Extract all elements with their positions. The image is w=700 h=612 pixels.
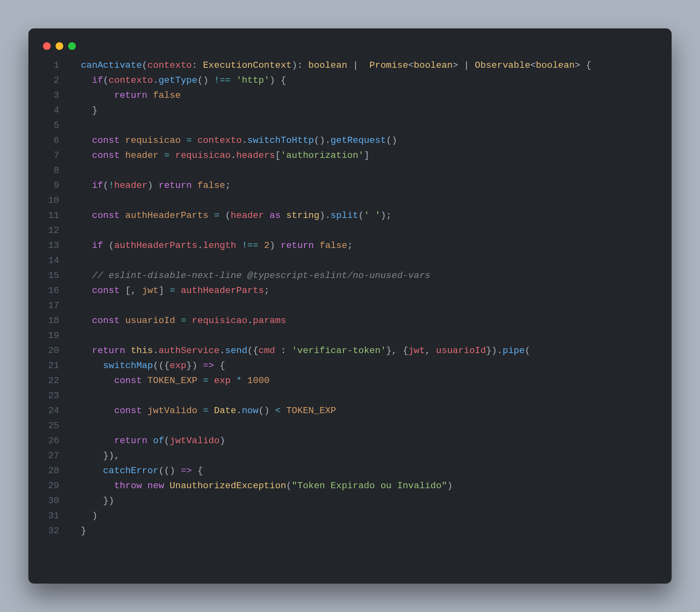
- code-line[interactable]: switchMap(({exp}) => {: [70, 358, 659, 373]
- code-token: ): [70, 511, 97, 521]
- line-number: 19: [41, 328, 59, 343]
- line-number: 28: [41, 463, 59, 478]
- code-token: jwt: [408, 345, 425, 356]
- code-token: }: [70, 105, 97, 116]
- code-line[interactable]: const requisicao = contexto.switchToHttp…: [70, 133, 659, 148]
- code-token: usuarioId: [125, 315, 175, 326]
- code-line[interactable]: if(!header) return false;: [70, 178, 659, 193]
- code-line[interactable]: [70, 118, 659, 133]
- code-token: > {: [575, 60, 591, 71]
- code-token: !==: [242, 240, 258, 251]
- code-token: =: [214, 210, 220, 221]
- code-line[interactable]: return false: [70, 88, 659, 103]
- minimize-icon[interactable]: [56, 42, 63, 50]
- code-token: 'verificar-token': [292, 345, 386, 356]
- code-token: [125, 345, 131, 356]
- code-line[interactable]: canActivate(contexto: ExecutionContext):…: [70, 58, 659, 73]
- code-line[interactable]: }): [70, 493, 659, 509]
- maximize-icon[interactable]: [68, 42, 76, 50]
- code-line[interactable]: [70, 223, 659, 238]
- code-line[interactable]: const authHeaderParts = (header as strin…: [70, 208, 659, 223]
- code-editor[interactable]: 1234567891011121314151617181920212223242…: [41, 58, 659, 539]
- code-token: .: [198, 240, 203, 251]
- close-icon[interactable]: [43, 42, 51, 50]
- code-token: 1000: [247, 375, 270, 386]
- code-token: =: [170, 285, 175, 296]
- code-line[interactable]: return this.authService.send({cmd : 'ver…: [70, 343, 659, 358]
- code-token: :: [192, 60, 203, 71]
- code-line[interactable]: const header = requisicao.headers['autho…: [70, 148, 659, 163]
- line-number: 15: [41, 268, 59, 283]
- code-line[interactable]: }: [70, 103, 659, 118]
- code-line[interactable]: }: [70, 524, 659, 539]
- code-line[interactable]: [70, 193, 659, 208]
- code-line[interactable]: [70, 253, 659, 268]
- code-content[interactable]: canActivate(contexto: ExecutionContext):…: [70, 58, 659, 539]
- code-token: [: [275, 150, 281, 161]
- code-token: getType: [159, 75, 198, 86]
- code-token: ):: [292, 60, 308, 71]
- code-token: canActivate: [81, 60, 142, 71]
- code-token: return: [159, 180, 192, 191]
- line-number: 20: [41, 343, 59, 358]
- code-line[interactable]: const [, jwt] = authHeaderParts;: [70, 283, 659, 298]
- code-token: ' ': [364, 210, 380, 221]
- code-token: jwtValido: [170, 435, 219, 446]
- code-token: (): [386, 135, 397, 146]
- code-line[interactable]: // eslint-disable-next-line @typescript-…: [70, 268, 659, 283]
- code-token: [142, 405, 148, 416]
- code-token: authHeaderParts: [114, 240, 197, 251]
- code-line[interactable]: const TOKEN_EXP = exp * 1000: [70, 373, 659, 388]
- code-token: ): [148, 180, 159, 191]
- code-token: <: [408, 60, 414, 71]
- code-token: [164, 481, 170, 491]
- code-line[interactable]: [70, 163, 659, 178]
- code-line[interactable]: [70, 298, 659, 313]
- code-token: Date: [214, 405, 236, 416]
- code-token: [192, 180, 198, 191]
- line-number: 23: [41, 388, 59, 403]
- code-token: [70, 60, 81, 71]
- code-token: ) {: [270, 75, 286, 86]
- code-token: params: [253, 315, 286, 326]
- code-token: [70, 75, 92, 86]
- code-token: 2: [264, 240, 270, 251]
- code-token: =: [164, 150, 170, 161]
- code-line[interactable]: [70, 418, 659, 433]
- code-token: Observable: [475, 60, 530, 71]
- code-token: ().: [314, 135, 331, 146]
- code-line[interactable]: [70, 328, 659, 343]
- code-token: header: [231, 210, 264, 221]
- code-line[interactable]: catchError(() => {: [70, 463, 659, 478]
- code-token: 'authorization': [281, 150, 364, 161]
- code-token: as: [270, 210, 281, 221]
- code-token: false: [153, 90, 180, 101]
- code-token: split: [331, 210, 358, 221]
- code-token: ): [270, 240, 281, 251]
- code-token: // eslint-disable-next-line @typescript-…: [92, 270, 431, 281]
- code-line[interactable]: if (authHeaderParts.length !== 2) return…: [70, 238, 659, 253]
- code-line[interactable]: const usuarioId = requisicao.params: [70, 313, 659, 328]
- code-token: [192, 135, 198, 146]
- code-line[interactable]: if(contexto.getType() !== 'http') {: [70, 73, 659, 88]
- code-token: }),: [70, 450, 120, 461]
- code-token: 'http': [236, 75, 269, 86]
- code-token: throw: [114, 481, 142, 491]
- code-token: [148, 90, 153, 101]
- code-line[interactable]: const jwtValido = Date.now() < TOKEN_EXP: [70, 403, 659, 418]
- code-line[interactable]: }),: [70, 448, 659, 463]
- code-token: [70, 435, 114, 446]
- code-line[interactable]: return of(jwtValido): [70, 433, 659, 448]
- code-line[interactable]: throw new UnauthorizedException("Token E…: [70, 478, 659, 493]
- code-line[interactable]: [70, 388, 659, 403]
- code-token: [70, 465, 103, 476]
- line-number: 10: [41, 193, 59, 208]
- code-token: <: [275, 405, 281, 416]
- code-token: ((): [159, 465, 181, 476]
- code-token: switchMap: [103, 360, 153, 371]
- code-token: (({: [153, 360, 170, 371]
- code-token: > |: [453, 60, 475, 71]
- line-number: 25: [41, 418, 59, 433]
- code-line[interactable]: ): [70, 509, 659, 524]
- line-number: 8: [41, 163, 59, 178]
